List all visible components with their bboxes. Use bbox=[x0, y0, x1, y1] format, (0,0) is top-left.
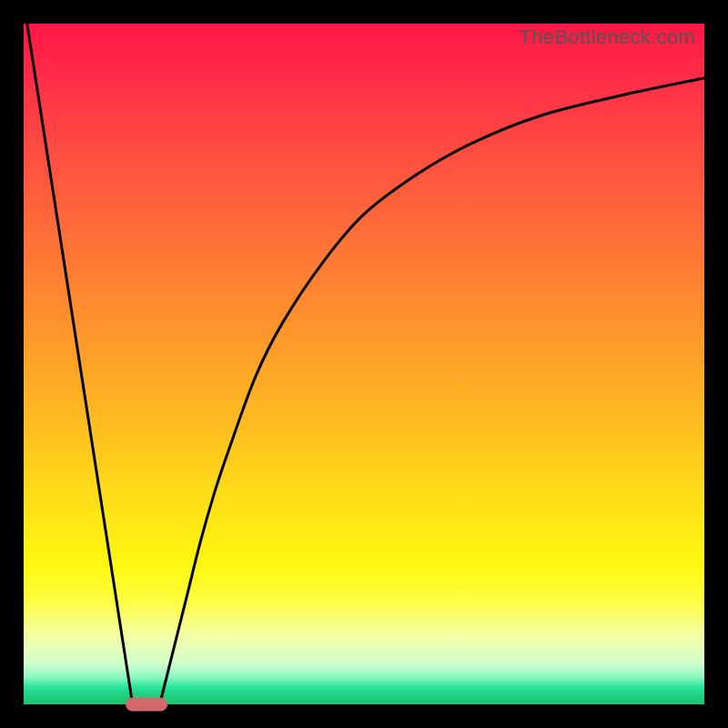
watermark-text: TheBottleneck.com bbox=[520, 25, 695, 49]
curve-right-branch bbox=[160, 78, 704, 704]
curve-left-branch bbox=[27, 24, 133, 704]
floor-marker bbox=[126, 698, 167, 712]
curve-layer bbox=[24, 24, 704, 704]
chart-frame: TheBottleneck.com bbox=[0, 0, 728, 728]
plot-area: TheBottleneck.com bbox=[24, 24, 704, 704]
